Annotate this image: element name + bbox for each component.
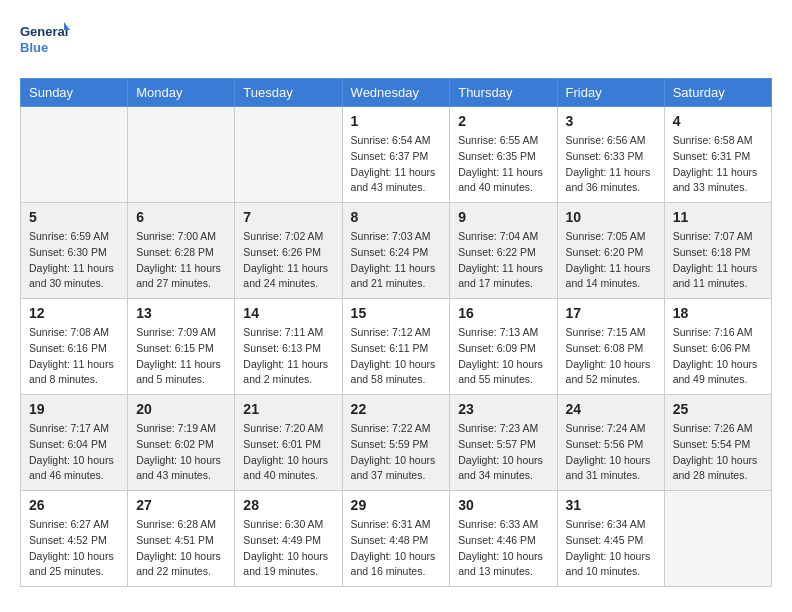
day-number: 4 [673,113,763,129]
day-info: Sunrise: 6:55 AM Sunset: 6:35 PM Dayligh… [458,133,548,196]
calendar-day-cell: 17Sunrise: 7:15 AM Sunset: 6:08 PM Dayli… [557,299,664,395]
day-number: 25 [673,401,763,417]
day-info: Sunrise: 7:15 AM Sunset: 6:08 PM Dayligh… [566,325,656,388]
day-info: Sunrise: 7:23 AM Sunset: 5:57 PM Dayligh… [458,421,548,484]
calendar-day-cell: 31Sunrise: 6:34 AM Sunset: 4:45 PM Dayli… [557,491,664,587]
calendar-day-cell: 6Sunrise: 7:00 AM Sunset: 6:28 PM Daylig… [128,203,235,299]
calendar-day-cell: 5Sunrise: 6:59 AM Sunset: 6:30 PM Daylig… [21,203,128,299]
day-info: Sunrise: 7:12 AM Sunset: 6:11 PM Dayligh… [351,325,442,388]
day-info: Sunrise: 7:02 AM Sunset: 6:26 PM Dayligh… [243,229,333,292]
day-number: 8 [351,209,442,225]
weekday-header: Tuesday [235,79,342,107]
calendar-week-row: 19Sunrise: 7:17 AM Sunset: 6:04 PM Dayli… [21,395,772,491]
day-number: 23 [458,401,548,417]
day-number: 7 [243,209,333,225]
calendar-day-cell: 7Sunrise: 7:02 AM Sunset: 6:26 PM Daylig… [235,203,342,299]
calendar-day-cell: 21Sunrise: 7:20 AM Sunset: 6:01 PM Dayli… [235,395,342,491]
calendar-day-cell: 12Sunrise: 7:08 AM Sunset: 6:16 PM Dayli… [21,299,128,395]
day-info: Sunrise: 7:13 AM Sunset: 6:09 PM Dayligh… [458,325,548,388]
calendar-day-cell [128,107,235,203]
weekday-header: Sunday [21,79,128,107]
day-number: 21 [243,401,333,417]
day-number: 30 [458,497,548,513]
day-info: Sunrise: 6:54 AM Sunset: 6:37 PM Dayligh… [351,133,442,196]
calendar-day-cell: 25Sunrise: 7:26 AM Sunset: 5:54 PM Dayli… [664,395,771,491]
day-info: Sunrise: 7:22 AM Sunset: 5:59 PM Dayligh… [351,421,442,484]
day-number: 17 [566,305,656,321]
calendar-day-cell: 28Sunrise: 6:30 AM Sunset: 4:49 PM Dayli… [235,491,342,587]
day-number: 27 [136,497,226,513]
day-number: 6 [136,209,226,225]
day-info: Sunrise: 7:20 AM Sunset: 6:01 PM Dayligh… [243,421,333,484]
calendar-day-cell: 8Sunrise: 7:03 AM Sunset: 6:24 PM Daylig… [342,203,450,299]
day-info: Sunrise: 7:26 AM Sunset: 5:54 PM Dayligh… [673,421,763,484]
calendar-day-cell: 30Sunrise: 6:33 AM Sunset: 4:46 PM Dayli… [450,491,557,587]
weekday-header: Friday [557,79,664,107]
day-number: 24 [566,401,656,417]
day-number: 20 [136,401,226,417]
day-info: Sunrise: 6:28 AM Sunset: 4:51 PM Dayligh… [136,517,226,580]
day-number: 22 [351,401,442,417]
day-number: 3 [566,113,656,129]
calendar-week-row: 5Sunrise: 6:59 AM Sunset: 6:30 PM Daylig… [21,203,772,299]
day-number: 16 [458,305,548,321]
day-info: Sunrise: 7:19 AM Sunset: 6:02 PM Dayligh… [136,421,226,484]
calendar-week-row: 12Sunrise: 7:08 AM Sunset: 6:16 PM Dayli… [21,299,772,395]
day-info: Sunrise: 6:34 AM Sunset: 4:45 PM Dayligh… [566,517,656,580]
calendar-day-cell: 1Sunrise: 6:54 AM Sunset: 6:37 PM Daylig… [342,107,450,203]
day-info: Sunrise: 6:27 AM Sunset: 4:52 PM Dayligh… [29,517,119,580]
calendar-day-cell: 2Sunrise: 6:55 AM Sunset: 6:35 PM Daylig… [450,107,557,203]
day-info: Sunrise: 7:07 AM Sunset: 6:18 PM Dayligh… [673,229,763,292]
day-number: 15 [351,305,442,321]
calendar-day-cell: 19Sunrise: 7:17 AM Sunset: 6:04 PM Dayli… [21,395,128,491]
calendar-day-cell: 16Sunrise: 7:13 AM Sunset: 6:09 PM Dayli… [450,299,557,395]
day-number: 10 [566,209,656,225]
day-info: Sunrise: 7:05 AM Sunset: 6:20 PM Dayligh… [566,229,656,292]
day-info: Sunrise: 7:11 AM Sunset: 6:13 PM Dayligh… [243,325,333,388]
day-info: Sunrise: 7:17 AM Sunset: 6:04 PM Dayligh… [29,421,119,484]
day-info: Sunrise: 6:59 AM Sunset: 6:30 PM Dayligh… [29,229,119,292]
day-info: Sunrise: 7:24 AM Sunset: 5:56 PM Dayligh… [566,421,656,484]
day-number: 18 [673,305,763,321]
day-info: Sunrise: 6:58 AM Sunset: 6:31 PM Dayligh… [673,133,763,196]
day-info: Sunrise: 6:30 AM Sunset: 4:49 PM Dayligh… [243,517,333,580]
weekday-header: Wednesday [342,79,450,107]
page-header: General Blue [20,20,772,62]
logo: General Blue [20,20,70,62]
svg-text:Blue: Blue [20,40,48,55]
day-info: Sunrise: 7:16 AM Sunset: 6:06 PM Dayligh… [673,325,763,388]
day-number: 26 [29,497,119,513]
calendar-day-cell: 15Sunrise: 7:12 AM Sunset: 6:11 PM Dayli… [342,299,450,395]
svg-text:General: General [20,24,68,39]
day-number: 9 [458,209,548,225]
weekday-header: Saturday [664,79,771,107]
day-info: Sunrise: 7:04 AM Sunset: 6:22 PM Dayligh… [458,229,548,292]
calendar-day-cell: 27Sunrise: 6:28 AM Sunset: 4:51 PM Dayli… [128,491,235,587]
weekday-header: Thursday [450,79,557,107]
calendar-day-cell: 10Sunrise: 7:05 AM Sunset: 6:20 PM Dayli… [557,203,664,299]
logo-svg: General Blue [20,20,70,62]
calendar-day-cell: 11Sunrise: 7:07 AM Sunset: 6:18 PM Dayli… [664,203,771,299]
calendar-day-cell: 14Sunrise: 7:11 AM Sunset: 6:13 PM Dayli… [235,299,342,395]
calendar-day-cell: 26Sunrise: 6:27 AM Sunset: 4:52 PM Dayli… [21,491,128,587]
calendar-day-cell: 22Sunrise: 7:22 AM Sunset: 5:59 PM Dayli… [342,395,450,491]
calendar-day-cell: 20Sunrise: 7:19 AM Sunset: 6:02 PM Dayli… [128,395,235,491]
day-number: 28 [243,497,333,513]
day-number: 2 [458,113,548,129]
day-number: 12 [29,305,119,321]
calendar-day-cell: 3Sunrise: 6:56 AM Sunset: 6:33 PM Daylig… [557,107,664,203]
calendar-day-cell: 24Sunrise: 7:24 AM Sunset: 5:56 PM Dayli… [557,395,664,491]
day-number: 1 [351,113,442,129]
calendar-day-cell: 18Sunrise: 7:16 AM Sunset: 6:06 PM Dayli… [664,299,771,395]
calendar-day-cell: 13Sunrise: 7:09 AM Sunset: 6:15 PM Dayli… [128,299,235,395]
day-info: Sunrise: 7:09 AM Sunset: 6:15 PM Dayligh… [136,325,226,388]
calendar-week-row: 26Sunrise: 6:27 AM Sunset: 4:52 PM Dayli… [21,491,772,587]
day-info: Sunrise: 6:56 AM Sunset: 6:33 PM Dayligh… [566,133,656,196]
day-number: 11 [673,209,763,225]
calendar-table: SundayMondayTuesdayWednesdayThursdayFrid… [20,78,772,587]
day-number: 29 [351,497,442,513]
day-number: 13 [136,305,226,321]
day-number: 19 [29,401,119,417]
day-info: Sunrise: 7:03 AM Sunset: 6:24 PM Dayligh… [351,229,442,292]
calendar-week-row: 1Sunrise: 6:54 AM Sunset: 6:37 PM Daylig… [21,107,772,203]
